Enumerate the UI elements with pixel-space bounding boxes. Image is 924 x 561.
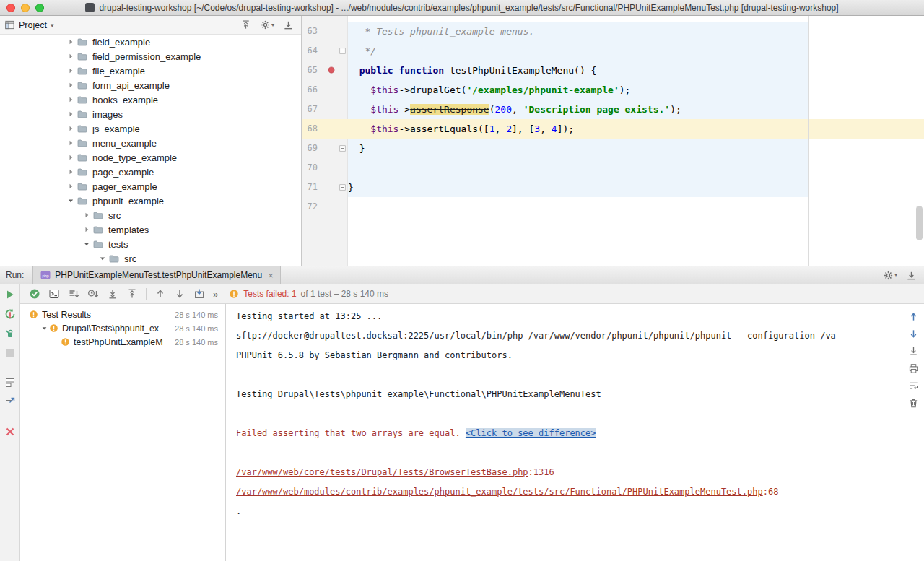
- chevron-right-icon[interactable]: [65, 52, 77, 61]
- stop-button[interactable]: [4, 347, 16, 359]
- code-line[interactable]: }: [348, 139, 914, 158]
- chevron-down-icon[interactable]: [97, 254, 108, 263]
- collapse-all-button[interactable]: [126, 288, 138, 300]
- gutter-line[interactable]: 70: [302, 158, 348, 178]
- collapse-all-button[interactable]: [240, 19, 251, 30]
- close-tab-icon[interactable]: ×: [268, 270, 274, 281]
- chevron-right-icon[interactable]: [65, 95, 77, 104]
- chevron-right-icon[interactable]: [65, 168, 77, 176]
- file-link[interactable]: /var/www/web/core/tests/Drupal/Tests/Bro…: [236, 467, 528, 477]
- project-tree-item[interactable]: js_example: [0, 121, 301, 136]
- close-run-panel-button[interactable]: [4, 426, 16, 438]
- hide-project-panel-button[interactable]: [283, 19, 294, 30]
- previous-failed-test-button[interactable]: [154, 288, 166, 300]
- minimize-window-button[interactable]: [21, 4, 30, 12]
- chevron-right-icon[interactable]: [65, 139, 77, 147]
- code-line[interactable]: $this->assertResponse(200, 'Description …: [348, 100, 914, 119]
- chevron-right-icon[interactable]: [65, 124, 77, 133]
- zoom-window-button[interactable]: [35, 4, 44, 12]
- project-tree-item[interactable]: field_permission_example: [0, 49, 301, 64]
- run-tab[interactable]: php PHPUnitExampleMenuTest.testPhpUnitEx…: [32, 266, 280, 284]
- gutter-line[interactable]: 67: [302, 100, 348, 119]
- clear-console-button[interactable]: [908, 398, 919, 409]
- chevron-right-icon[interactable]: [65, 81, 77, 90]
- project-tree-item[interactable]: menu_example: [0, 136, 301, 150]
- chevron-down-icon[interactable]: ▾: [51, 22, 54, 29]
- fold-marker-icon[interactable]: [339, 47, 346, 55]
- project-tree-item[interactable]: phpunit_example: [0, 193, 301, 208]
- test-tree-row[interactable]: testPhpUnitExampleM28 s 140 ms: [20, 335, 225, 349]
- diff-link[interactable]: <Click to see difference>: [466, 428, 596, 438]
- project-tree-item[interactable]: templates: [0, 222, 301, 237]
- gutter-line[interactable]: 63: [302, 22, 348, 41]
- project-tree-item[interactable]: form_api_example: [0, 78, 301, 92]
- show-console-output-button[interactable]: [48, 288, 60, 300]
- chevron-right-icon[interactable]: [65, 38, 77, 46]
- fold-marker-icon[interactable]: [339, 144, 346, 152]
- code-line[interactable]: */: [348, 41, 914, 61]
- up-stack-trace-button[interactable]: [908, 311, 919, 322]
- more-actions-button[interactable]: »: [213, 289, 218, 300]
- editor-pane[interactable]: 63646566676869707172 * Tests phpunit_exa…: [301, 16, 924, 266]
- chevron-right-icon[interactable]: [65, 110, 77, 118]
- editor-code-area[interactable]: * Tests phpunit_example menus. */ public…: [348, 22, 914, 217]
- import-test-results-button[interactable]: [193, 288, 205, 300]
- soft-wrap-button[interactable]: [908, 380, 919, 391]
- fold-marker-icon[interactable]: [339, 183, 346, 191]
- project-tree-item[interactable]: images: [0, 107, 301, 121]
- chevron-right-icon[interactable]: [65, 153, 77, 162]
- restore-layout-button[interactable]: [4, 377, 16, 388]
- print-button[interactable]: [908, 363, 919, 374]
- project-tree-item[interactable]: file_example: [0, 64, 301, 78]
- rerun-tests-button[interactable]: [4, 289, 16, 300]
- scroll-to-end-button[interactable]: [908, 346, 919, 357]
- toggle-auto-test-button[interactable]: [4, 328, 16, 339]
- expand-all-button[interactable]: [107, 288, 118, 300]
- down-stack-trace-button[interactable]: [908, 329, 919, 339]
- test-tree-row[interactable]: Test Results28 s 140 ms: [20, 308, 225, 321]
- project-tree-item[interactable]: tests: [0, 237, 301, 251]
- chevron-right-icon[interactable]: [65, 182, 77, 191]
- code-line[interactable]: * Tests phpunit_example menus.: [348, 22, 914, 41]
- project-tree-item[interactable]: src: [0, 251, 301, 266]
- project-tree-item[interactable]: field_example: [0, 35, 301, 49]
- gutter-line[interactable]: 68: [302, 119, 348, 139]
- gutter-line[interactable]: 72: [302, 197, 348, 217]
- editor-scrollbar-thumb[interactable]: [916, 206, 923, 240]
- code-line[interactable]: $this->assertEquals([1, 2], [3, 4]);: [348, 119, 914, 139]
- gutter-line[interactable]: 71: [302, 178, 348, 197]
- run-settings-button[interactable]: ▾: [883, 270, 897, 281]
- gutter-line[interactable]: 69: [302, 139, 348, 158]
- chevron-right-icon[interactable]: [81, 211, 92, 219]
- test-tree-row[interactable]: Drupal\Tests\phpunit_ex28 s 140 ms: [20, 321, 225, 335]
- project-settings-button[interactable]: ▾: [260, 19, 274, 30]
- chevron-right-icon[interactable]: [81, 225, 92, 234]
- project-tree-item[interactable]: node_type_example: [0, 150, 301, 165]
- chevron-down-icon[interactable]: [81, 240, 92, 248]
- code-line[interactable]: $this->drupalGet('/examples/phpunit-exam…: [348, 80, 914, 100]
- code-line[interactable]: public function testPhpUnitExampleMenu()…: [348, 61, 914, 80]
- gutter-line[interactable]: 66: [302, 80, 348, 100]
- chevron-right-icon[interactable]: [65, 66, 77, 75]
- project-tree-item[interactable]: page_example: [0, 165, 301, 179]
- code-line[interactable]: [348, 197, 914, 217]
- project-tree-item[interactable]: hooks_example: [0, 92, 301, 107]
- next-failed-test-button[interactable]: [174, 288, 186, 300]
- project-tree-item[interactable]: src: [0, 208, 301, 222]
- editor-gutter[interactable]: 63646566676869707172: [302, 22, 348, 217]
- hide-run-panel-button[interactable]: [906, 270, 917, 281]
- sort-by-duration-button[interactable]: [87, 288, 99, 300]
- gutter-line[interactable]: 64: [302, 41, 348, 61]
- code-line[interactable]: [348, 158, 914, 178]
- gutter-line[interactable]: 65: [302, 61, 348, 80]
- project-tree-item[interactable]: pager_example: [0, 179, 301, 193]
- project-panel-title[interactable]: Project: [19, 20, 47, 30]
- chevron-down-icon[interactable]: [65, 196, 77, 205]
- sort-alphabetically-button[interactable]: [68, 288, 79, 300]
- rerun-failed-tests-button[interactable]: [4, 308, 16, 320]
- close-window-button[interactable]: [6, 4, 15, 12]
- file-link[interactable]: /var/www/web/modules/contrib/examples/ph…: [236, 487, 763, 497]
- chevron-down-icon[interactable]: [39, 324, 49, 332]
- test-failed-gutter-icon[interactable]: [327, 66, 336, 74]
- show-passed-button[interactable]: [29, 288, 40, 300]
